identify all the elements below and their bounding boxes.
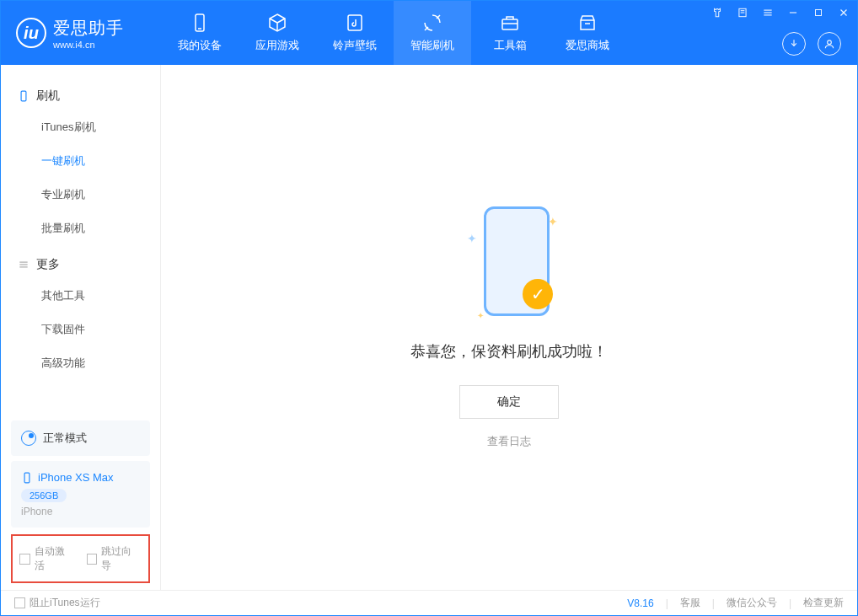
mode-card[interactable]: 正常模式: [11, 420, 150, 456]
check-icon: ✓: [523, 279, 553, 309]
storage-badge: 256GB: [21, 489, 67, 502]
ok-button[interactable]: 确定: [459, 385, 559, 419]
checkbox-label: 自动激活: [35, 544, 75, 573]
nav-flash[interactable]: 智能刷机: [394, 1, 471, 65]
shirt-icon[interactable]: [708, 3, 727, 22]
footer-link-wechat[interactable]: 微信公众号: [727, 596, 777, 610]
svg-rect-19: [24, 473, 29, 483]
maximize-button[interactable]: [809, 3, 828, 22]
checkbox-label: 跳过向导: [101, 544, 142, 573]
cube-icon: [267, 13, 287, 33]
checkbox-icon: [19, 554, 30, 565]
sidebar-group-more[interactable]: 更多: [18, 250, 143, 279]
music-icon: [345, 13, 365, 33]
checkbox-icon: [14, 597, 25, 608]
nav-label: 爱思商城: [566, 38, 609, 53]
mode-label: 正常模式: [43, 431, 87, 446]
sidebar-item-itunes[interactable]: iTunes刷机: [18, 110, 143, 144]
footer-link-support[interactable]: 客服: [680, 596, 700, 610]
logo-icon: iu: [16, 18, 46, 48]
nav-label: 智能刷机: [410, 38, 454, 53]
sidebar-item-firmware[interactable]: 下载固件: [18, 313, 143, 346]
svg-point-14: [828, 40, 832, 45]
mode-icon: [21, 431, 36, 446]
svg-rect-3: [502, 19, 517, 29]
success-message: 恭喜您，保资料刷机成功啦！: [410, 341, 608, 362]
device-name-label: iPhone XS Max: [38, 471, 114, 484]
svg-rect-15: [21, 91, 26, 101]
notes-icon[interactable]: [733, 3, 752, 22]
group-title: 刷机: [36, 88, 60, 104]
checkbox-label: 阻止iTunes运行: [29, 596, 100, 610]
version-label: V8.16: [627, 597, 653, 609]
main-content: ✦ ✦ ✦ ✓ 恭喜您，保资料刷机成功啦！ 确定 查看日志: [161, 65, 857, 590]
svg-rect-2: [348, 15, 362, 30]
list-icon: [18, 259, 29, 271]
nav-label: 铃声壁纸: [333, 38, 377, 53]
logo[interactable]: iu 爱思助手 www.i4.cn: [1, 17, 161, 50]
brand-name: 爱思助手: [53, 17, 124, 40]
checkbox-auto-activate[interactable]: 自动激活: [19, 544, 75, 573]
sidebar-item-other[interactable]: 其他工具: [18, 279, 143, 313]
view-log-link[interactable]: 查看日志: [487, 434, 531, 449]
minimize-button[interactable]: [784, 3, 802, 22]
device-icon: [190, 13, 210, 33]
close-button[interactable]: [834, 3, 853, 22]
window-controls: [708, 3, 853, 22]
footer-link-update[interactable]: 检查更新: [803, 596, 844, 610]
nav-label: 工具箱: [494, 38, 527, 53]
sparkle-icon: ✦: [467, 232, 477, 245]
top-nav: 我的设备 应用游戏 铃声壁纸 智能刷机 工具箱 爱思商城: [161, 1, 626, 65]
user-button[interactable]: [818, 32, 841, 56]
nav-ringtones[interactable]: 铃声壁纸: [316, 1, 394, 65]
nav-apps[interactable]: 应用游戏: [239, 1, 316, 65]
checkbox-icon: [87, 554, 98, 565]
nav-store[interactable]: 爱思商城: [549, 1, 626, 65]
nav-label: 应用游戏: [255, 38, 299, 53]
sidebar-item-batch[interactable]: 批量刷机: [18, 212, 143, 245]
device-type: iPhone: [21, 506, 140, 517]
svg-rect-11: [816, 10, 822, 16]
sidebar-item-advanced[interactable]: 高级功能: [18, 346, 143, 380]
download-button[interactable]: [782, 32, 806, 56]
store-icon: [577, 13, 598, 33]
nav-label: 我的设备: [178, 38, 222, 53]
checkbox-skip-guide[interactable]: 跳过向导: [87, 544, 142, 573]
nav-my-device[interactable]: 我的设备: [161, 1, 239, 65]
sidebar: 刷机 iTunes刷机 一键刷机 专业刷机 批量刷机 更多 其他工具 下载固件 …: [1, 65, 161, 590]
sidebar-item-oneclick[interactable]: 一键刷机: [18, 144, 143, 178]
menu-icon[interactable]: [759, 3, 777, 22]
device-icon: [21, 472, 33, 484]
checkbox-highlight: 自动激活 跳过向导: [11, 534, 150, 583]
header: iu 爱思助手 www.i4.cn 我的设备 应用游戏 铃声壁纸 智能刷机 工具…: [1, 1, 857, 65]
toolbox-icon: [500, 13, 520, 33]
sparkle-icon: ✦: [477, 311, 484, 320]
nav-toolbox[interactable]: 工具箱: [471, 1, 549, 65]
checkbox-block-itunes[interactable]: 阻止iTunes运行: [14, 596, 100, 610]
success-illustration: ✦ ✦ ✦ ✓: [458, 206, 560, 324]
footer: 阻止iTunes运行 V8.16 | 客服 | 微信公众号 | 检查更新: [1, 590, 857, 615]
brand-site: www.i4.cn: [53, 40, 124, 50]
refresh-icon: [422, 13, 442, 33]
group-title: 更多: [36, 257, 60, 272]
sidebar-group-flash[interactable]: 刷机: [18, 82, 143, 110]
header-right: [782, 32, 841, 56]
sidebar-item-pro[interactable]: 专业刷机: [18, 178, 143, 212]
phone-icon: [18, 90, 29, 102]
device-card[interactable]: iPhone XS Max 256GB iPhone: [11, 461, 150, 528]
